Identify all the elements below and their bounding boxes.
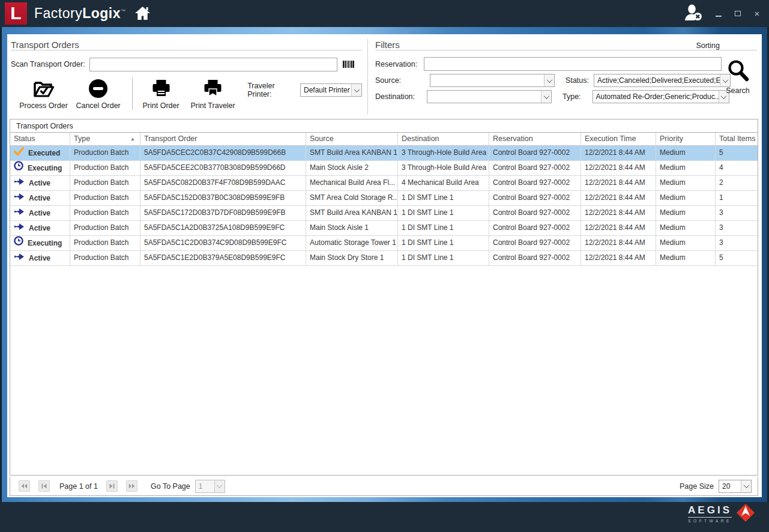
print-traveler-button[interactable]: Print Traveler [188,77,238,110]
source-cell: Automatic Storage Tower 1 [306,236,398,250]
transport-order-cell: 5A5FDA5C152D0B37B0C308D9B599E9FB [140,191,306,205]
source-cell: Main Stock Aisle 2 [306,161,398,175]
transport-order-cell: 5A5FDA5CEC2C0B37C42908D9B599D66B [140,146,306,160]
minimize-button[interactable] [714,9,723,19]
execution-time-cell: 12/2/2021 8:44 AM [581,251,656,265]
page-size-label: Page Size [680,482,714,491]
status-arrow-icon [14,177,25,190]
table-row[interactable]: ActiveProduction Batch5A5FDA5C152D0B37B0… [10,191,758,206]
sorting-toggle[interactable]: Sorting [696,41,757,50]
last-page-button[interactable] [126,480,137,492]
type-select[interactable]: Automated Re-Order;Generic;Produc... [593,90,729,103]
column-header-type[interactable]: Type▲ [70,133,140,146]
table-row[interactable]: ExecutedProduction Batch5A5FDA5CEC2C0B37… [10,146,758,161]
destination-cell: 4 Mechanical Build Area [398,176,489,190]
page-indicator: Page 1 of 1 [59,482,98,491]
status-select[interactable]: Active;Canceled;Delivered;Executed;E... [594,74,731,87]
cancel-order-button[interactable]: Cancel Order [73,77,124,110]
previous-page-button[interactable] [38,480,50,492]
logout-user-icon[interactable] [684,4,703,23]
table-row[interactable]: ActiveProduction Batch5A5FDA5C1A2D0B3725… [10,221,758,236]
print-order-button[interactable]: Print Order [141,77,181,110]
column-header-execution-time[interactable]: Execution Time [581,133,656,146]
first-page-button[interactable] [19,480,30,492]
close-button[interactable]: × [752,9,762,19]
status-label: Status: [565,76,589,85]
table-row[interactable]: ExecutingProduction Batch5A5FDA5C1C2D0B3… [10,236,758,251]
home-icon[interactable] [134,6,151,21]
column-header-reservation[interactable]: Reservation [489,133,581,146]
type-cell: Production Batch [70,251,140,265]
type-cell: Production Batch [70,206,140,220]
destination-label: Destination: [375,92,415,101]
total-items-cell: 4 [716,161,758,175]
print-traveler-icon [203,77,223,100]
destination-cell: 1 DI SMT Line 1 [398,191,489,205]
table-row[interactable]: ActiveProduction Batch5A5FDA5C1E2D0B379A… [10,251,758,266]
grid-empty-space [10,266,758,475]
chevron-down-icon[interactable] [544,74,554,86]
total-items-cell: 3 [716,206,758,220]
status-cell: Active [10,251,70,265]
source-cell: Main Stock Dry Store 1 [306,251,398,265]
status-cell: Active [10,221,70,235]
scan-order-input[interactable] [89,58,337,71]
aegis-brand-text: AEGIS [688,505,732,518]
status-arrow-icon [14,192,25,205]
total-items-cell: 5 [716,146,758,160]
cancel-order-label: Cancel Order [76,101,120,110]
column-header-status[interactable]: Status [10,133,70,146]
process-order-button[interactable]: Process Order [17,77,70,110]
grid-group-title: Transport Orders [16,122,73,130]
execution-time-cell: 12/2/2021 8:44 AM [581,206,656,220]
goto-page-label: Go To Page [151,482,190,491]
table-row[interactable]: ExecutingProduction Batch5A5FDA5CEE2C0B3… [10,161,758,176]
chevron-down-icon[interactable] [541,91,551,103]
next-page-button[interactable] [106,480,118,492]
traveler-printer-select[interactable]: Default Printer [300,83,362,97]
aegis-logo: AEGIS SOFTWARE [688,501,756,527]
priority-cell: Medium [656,221,716,235]
filters-panel-title: Filters [375,40,400,50]
chevron-down-icon[interactable] [741,480,751,492]
destination-select[interactable] [427,90,552,103]
column-header-source[interactable]: Source [306,133,398,146]
barcode-icon [343,61,354,68]
total-items-cell: 1 [716,191,758,205]
chevron-down-icon[interactable] [351,84,361,96]
maximize-button[interactable] [733,9,743,19]
execution-time-cell: 12/2/2021 8:44 AM [581,161,656,175]
status-clock-icon [14,161,23,175]
source-cell: Mechanical Build Area Fl... [306,176,398,190]
reservation-cell: Control Board 927-0002 [489,221,581,235]
page-size-select[interactable]: 20 [719,480,752,493]
type-cell: Production Batch [70,191,140,205]
source-select[interactable] [430,74,555,87]
source-cell: SMT Build Area KANBAN 1 [306,146,398,160]
source-cell: SMT Build Area KANBAN 1 [306,206,398,220]
status-cell: Executing [10,236,70,250]
transport-order-cell: 5A5FDA5C1C2D0B374C9D08D9B599E9FC [140,236,306,250]
reservation-input[interactable] [424,57,722,71]
table-row[interactable]: ActiveProduction Batch5A5FDA5C172D0B37D7… [10,206,758,221]
reservation-cell: Control Board 927-0002 [489,146,581,160]
total-items-cell: 3 [716,221,758,235]
window-frame: Transport Orders Scan Transport Order: P… [2,27,767,502]
traveler-printer-value: Default Printer [301,86,351,94]
column-header-transport-order[interactable]: Transport Order [140,133,306,146]
filters-panel: Filters Sorting Reservation: Source: Sta… [375,37,757,116]
type-value: Automated Re-Order;Generic;Produc... [593,92,719,101]
status-text: Executing [28,162,62,175]
column-header-total-items[interactable]: Total Items [716,133,758,146]
table-row[interactable]: ActiveProduction Batch5A5FDA5C082D0B37F4… [10,176,758,191]
column-header-priority[interactable]: Priority [656,133,716,146]
status-cell: Executed [10,146,70,160]
cancel-order-icon [89,79,107,98]
column-header-destination[interactable]: Destination [398,133,489,146]
search-button[interactable]: Search [722,59,753,95]
logo-letter: L [10,4,21,22]
goto-page-value: 1 [196,482,214,491]
reservation-cell: Control Board 927-0002 [489,176,581,190]
print-order-label: Print Order [142,101,179,110]
destination-cell: 3 Through-Hole Build Area [398,146,489,160]
